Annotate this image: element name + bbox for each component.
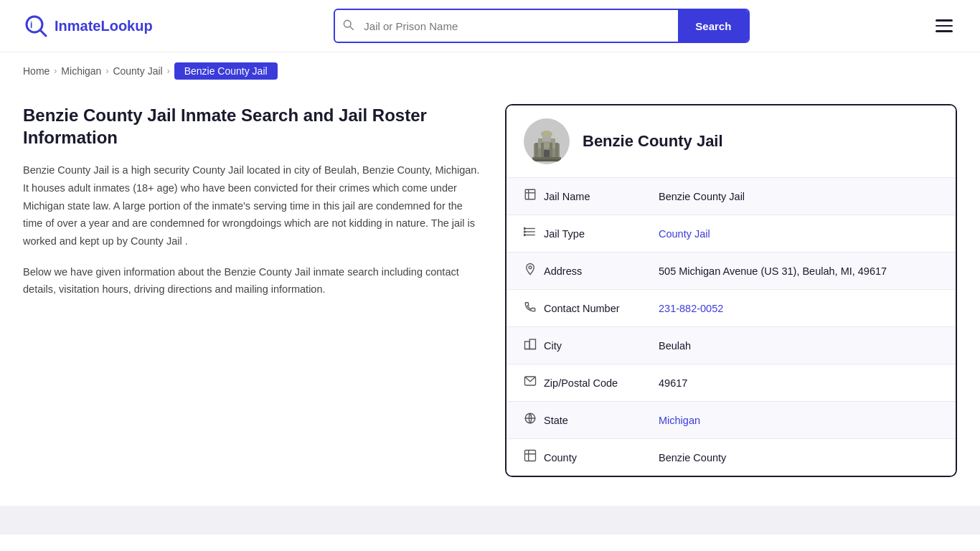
state-label: State bbox=[544, 415, 659, 426]
breadcrumb-county-jail[interactable]: County Jail bbox=[113, 65, 162, 77]
city-icon bbox=[524, 337, 544, 354]
jail-name-label: Jail Name bbox=[544, 191, 659, 202]
building-icon bbox=[524, 188, 544, 204]
svg-line-1 bbox=[40, 30, 46, 36]
globe-icon bbox=[524, 412, 544, 428]
svg-rect-12 bbox=[555, 143, 558, 158]
city-label: City bbox=[544, 340, 659, 352]
zip-label: Zip/Postal Code bbox=[544, 377, 659, 389]
zip-value: 49617 bbox=[659, 377, 938, 389]
contact-value: 231-882-0052 bbox=[659, 303, 938, 314]
info-row-contact: Contact Number 231-882-0052 bbox=[507, 289, 956, 326]
info-row-city: City Beulah bbox=[507, 326, 956, 364]
county-label: County bbox=[544, 452, 659, 463]
breadcrumb-active: Benzie County Jail bbox=[174, 62, 278, 80]
svg-rect-9 bbox=[535, 143, 538, 158]
breadcrumb-michigan[interactable]: Michigan bbox=[61, 65, 101, 77]
page-description-1: Benzie County Jail is a high security Co… bbox=[23, 161, 482, 250]
page-description-2: Below we have given information about th… bbox=[23, 263, 482, 298]
info-row-county: County Benzie County bbox=[507, 438, 956, 476]
logo-icon: i bbox=[23, 13, 49, 39]
phone-icon bbox=[524, 300, 544, 316]
city-value: Beulah bbox=[659, 340, 938, 352]
svg-rect-32 bbox=[525, 451, 536, 461]
svg-line-4 bbox=[351, 27, 354, 29]
jail-avatar bbox=[524, 118, 570, 164]
address-value: 505 Michigan Avenue (US 31), Beulah, MI,… bbox=[659, 265, 938, 277]
site-header: i InmateLookup Search bbox=[0, 0, 980, 52]
svg-rect-17 bbox=[525, 189, 535, 199]
jail-type-link[interactable]: County Jail bbox=[659, 228, 710, 240]
jail-card-name: Benzie County Jail bbox=[583, 132, 723, 151]
contact-link[interactable]: 231-882-0052 bbox=[659, 303, 723, 314]
info-rows-container: Jail Name Benzie County Jail Jail Type bbox=[507, 177, 956, 476]
svg-rect-10 bbox=[541, 143, 544, 158]
chevron-icon-2: › bbox=[105, 66, 108, 76]
breadcrumb-home[interactable]: Home bbox=[23, 65, 50, 77]
address-label: Address bbox=[544, 265, 659, 277]
state-value: Michigan bbox=[659, 415, 938, 426]
info-row-state: State Michigan bbox=[507, 401, 956, 438]
jail-type-label: Jail Type bbox=[544, 228, 659, 240]
logo-text: InmateLookup bbox=[55, 18, 153, 34]
contact-label: Contact Number bbox=[544, 303, 659, 314]
info-row-jail-name: Jail Name Benzie County Jail bbox=[507, 177, 956, 215]
svg-text:i: i bbox=[30, 20, 32, 30]
svg-rect-14 bbox=[532, 157, 561, 159]
main-content: Benzie County Jail Inmate Search and Jai… bbox=[0, 90, 980, 506]
logo-link[interactable]: i InmateLookup bbox=[23, 13, 153, 39]
state-link[interactable]: Michigan bbox=[659, 415, 700, 426]
svg-point-24 bbox=[524, 231, 525, 232]
search-bar: Search bbox=[334, 9, 750, 43]
location-icon bbox=[524, 263, 544, 279]
info-row-jail-type: Jail Type County Jail bbox=[507, 215, 956, 252]
svg-point-3 bbox=[344, 20, 352, 27]
jail-info-card: Benzie County Jail Jail Name Benzie Coun… bbox=[505, 104, 957, 477]
svg-point-16 bbox=[541, 131, 552, 138]
page-title: Benzie County Jail Inmate Search and Jai… bbox=[23, 104, 482, 149]
svg-rect-15 bbox=[531, 159, 562, 161]
list-icon bbox=[524, 225, 544, 242]
chevron-icon-1: › bbox=[54, 66, 57, 76]
svg-rect-28 bbox=[529, 339, 535, 349]
left-column: Benzie County Jail Inmate Search and Jai… bbox=[23, 104, 482, 298]
info-row-address: Address 505 Michigan Avenue (US 31), Beu… bbox=[507, 252, 956, 289]
svg-rect-11 bbox=[550, 143, 552, 158]
svg-rect-13 bbox=[544, 150, 550, 158]
search-icon bbox=[335, 19, 361, 33]
hamburger-menu[interactable] bbox=[931, 15, 957, 37]
info-row-zip: Zip/Postal Code 49617 bbox=[507, 364, 956, 401]
search-button[interactable]: Search bbox=[678, 10, 748, 42]
search-input[interactable] bbox=[361, 13, 678, 39]
jail-name-value: Benzie County Jail bbox=[659, 191, 938, 202]
county-icon bbox=[524, 449, 544, 466]
chevron-icon-3: › bbox=[167, 66, 170, 76]
card-header: Benzie County Jail bbox=[507, 105, 956, 177]
svg-point-26 bbox=[529, 266, 532, 269]
svg-point-23 bbox=[524, 227, 525, 229]
footer-area bbox=[0, 506, 980, 534]
svg-point-25 bbox=[524, 234, 525, 235]
jail-type-value: County Jail bbox=[659, 228, 938, 240]
county-value: Benzie County bbox=[659, 452, 938, 463]
mail-icon bbox=[524, 375, 544, 391]
breadcrumb: Home › Michigan › County Jail › Benzie C… bbox=[0, 52, 980, 90]
svg-rect-27 bbox=[525, 342, 530, 349]
